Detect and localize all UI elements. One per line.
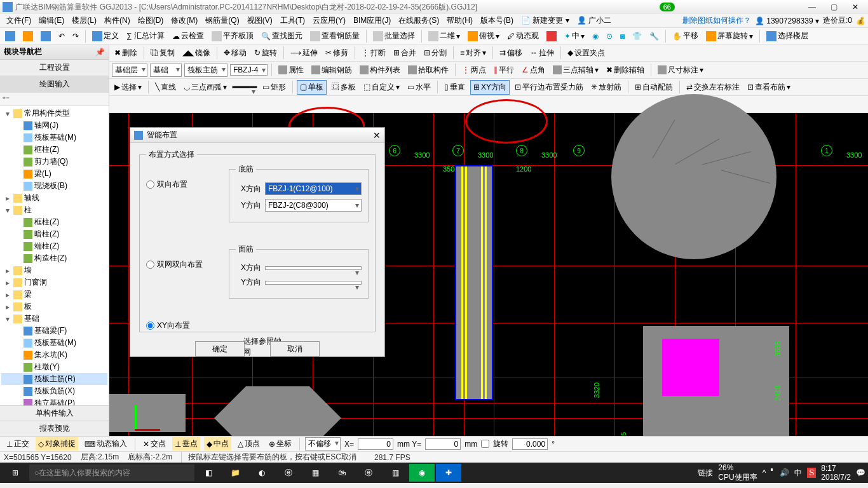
link-label[interactable]: 链接 <box>698 468 713 478</box>
tree-item[interactable]: 构造柱(Z) <box>1 252 107 264</box>
select-floor-button[interactable]: 选择楼层 <box>764 29 811 43</box>
tray-net-icon[interactable]: 🬀 <box>771 468 775 477</box>
auto-rebar-button[interactable]: ⊞ 自动配筋 <box>632 81 675 94</box>
flat-top-button[interactable]: 平齐板顶 <box>209 29 256 43</box>
arc-button[interactable]: ◡ 三点画弧 ▾ <box>181 81 229 94</box>
tree-item[interactable]: 框柱(Z) <box>1 216 107 228</box>
cloud-check-button[interactable]: ☁ 云检查 <box>170 29 207 43</box>
top-x-combo[interactable] <box>265 266 362 270</box>
select-button[interactable]: ▶ 选择 ▾ <box>112 81 144 94</box>
rotate-button[interactable]: ↻ 旋转 <box>252 46 280 60</box>
menu-help[interactable]: 帮助(H) <box>443 14 477 27</box>
trim-button[interactable]: ✂ 修剪 <box>323 46 351 60</box>
notification-badge[interactable]: 66 <box>660 3 675 11</box>
cpu-meter[interactable]: 26%CPU使用率 <box>718 463 757 483</box>
single-board-button[interactable]: ▢ 单板 <box>297 80 327 95</box>
move-button[interactable]: ✥ 移动 <box>221 46 249 60</box>
perp-snap[interactable]: ⊥ 垂点 <box>172 437 200 451</box>
tree-item[interactable]: 筏板主筋(R) <box>1 373 107 385</box>
align-button[interactable]: ≡ 对齐 ▾ <box>458 46 489 60</box>
custom-button[interactable]: ⬚ 自定义 ▾ <box>361 81 402 94</box>
extend-button[interactable]: ⟶ 延伸 <box>288 46 320 60</box>
tree-item[interactable]: 独立基础(P) <box>1 397 107 405</box>
menu-cloud[interactable]: 云应用(Y) <box>309 14 349 27</box>
tab-project-settings[interactable]: 工程设置 <box>0 60 109 76</box>
tree-item[interactable]: 筏板基础(M) <box>1 337 107 349</box>
sidebar-pin-icon[interactable]: 📌 <box>95 48 105 57</box>
tree-item[interactable]: 筏板基础(M) <box>1 132 107 144</box>
app-icon-4[interactable]: ◉ <box>409 464 435 482</box>
y-offset-input[interactable] <box>425 438 461 450</box>
menu-floor[interactable]: 楼层(L) <box>68 14 100 27</box>
misc3-icon[interactable]: ◙ <box>618 30 627 42</box>
tree-item[interactable]: ▸板 <box>1 301 107 313</box>
xy-direction-button[interactable]: ⊞ XY方向 <box>470 80 510 95</box>
pick-member-button[interactable]: 拾取构件 <box>405 64 451 77</box>
task-view-icon[interactable]: ◧ <box>196 464 221 482</box>
property-button[interactable]: 属性 <box>276 64 306 77</box>
tree-item[interactable]: 端柱(Z) <box>1 240 107 252</box>
define-button[interactable]: 定义 <box>90 29 121 43</box>
rotate-input[interactable] <box>512 438 548 450</box>
view-rebar-button[interactable]: 查看钢筋量 <box>308 29 362 43</box>
type-combo[interactable]: 基础 <box>150 64 182 77</box>
ie-icon[interactable]: ⓔ <box>356 464 381 482</box>
point-angle-button[interactable]: ∠点角 <box>519 64 548 77</box>
user-label[interactable]: 👤 广小二 <box>573 14 615 27</box>
multi-board-button[interactable]: ⿴ 多板 <box>329 81 358 94</box>
tree-item[interactable]: ▸门窗洞 <box>1 276 107 288</box>
tree-item[interactable]: 现浇板(B) <box>1 180 107 192</box>
misc5-icon[interactable]: 🔧 <box>647 30 661 42</box>
sum-button[interactable]: ∑ 汇总计算 <box>124 29 167 43</box>
slab-element[interactable] <box>214 386 341 436</box>
bottom-y-combo[interactable]: FBZJ-2(C8@300) <box>265 199 362 212</box>
component-tree[interactable]: ▾常用构件类型轴网(J)筏板基础(M)框柱(Z)剪力墙(Q)梁(L)现浇板(B)… <box>0 106 109 405</box>
bird-view-button[interactable]: 俯视 ▾ <box>465 29 502 43</box>
ortho-toggle[interactable]: ⊥ 正交 <box>4 437 32 451</box>
center-button[interactable]: ✦ 中 ▾ <box>562 29 587 43</box>
menu-bim[interactable]: BIM应用(J) <box>349 14 395 27</box>
tree-item[interactable]: 暗柱(Z) <box>1 228 107 240</box>
open-icon[interactable] <box>20 30 36 43</box>
pan-button[interactable]: ✋ 平移 <box>670 29 701 43</box>
tab-draw-input[interactable]: 绘图输入 <box>0 76 109 93</box>
layer-combo[interactable]: 基础层 <box>112 64 147 77</box>
start-button[interactable]: ⊞ <box>3 464 28 482</box>
tree-item[interactable]: ▸轴线 <box>1 192 107 204</box>
2d-button[interactable]: 二维 ▾ <box>426 29 463 43</box>
edit-rebar-button[interactable]: 编辑钢筋 <box>309 64 355 77</box>
tray-vol-icon[interactable]: 🔊 <box>780 468 789 477</box>
batch-select-button[interactable]: 批量选择 <box>370 29 417 43</box>
delete-aux-button[interactable]: ✖ 删除辅轴 <box>604 64 647 77</box>
tree-item[interactable]: 集水坑(K) <box>1 349 107 361</box>
swap-annotation-button[interactable]: ⇄ 交换左右标注 <box>684 81 742 94</box>
parallel-button[interactable]: ∥平行 <box>491 64 517 77</box>
vert-button[interactable]: ▯ 垂直 <box>442 81 468 94</box>
view-rebar-layout-button[interactable]: ⊡ 查看布筋 ▾ <box>745 81 793 94</box>
rotate-checkbox[interactable] <box>481 440 489 448</box>
stretch-button[interactable]: ↔ 拉伸 <box>527 46 557 60</box>
osnap-toggle[interactable]: ◇ 对象捕捉 <box>36 437 78 451</box>
tray-ime-icon[interactable]: 中 <box>794 468 802 478</box>
top-y-combo[interactable] <box>265 281 362 285</box>
menu-draw[interactable]: 绘图(D) <box>134 14 168 27</box>
expand-icon[interactable]: ⁺⁻ <box>2 95 10 104</box>
close-button[interactable]: ✕ <box>845 1 865 13</box>
color-combo[interactable] <box>232 86 257 88</box>
app-icon-2[interactable]: ▦ <box>302 464 328 482</box>
dimension-button[interactable]: 尺寸标注 ▾ <box>655 64 706 77</box>
horiz-button[interactable]: ▭ 水平 <box>405 81 433 94</box>
two-point-button[interactable]: ⋮两点 <box>459 64 489 77</box>
copy-button[interactable]: ⿻ 复制 <box>148 46 177 60</box>
edge-icon[interactable]: ⓔ <box>276 464 301 482</box>
bottom-x-combo[interactable]: FBZJ-1(C12@100) <box>265 182 362 195</box>
line-button[interactable]: ╲ 直线 <box>153 81 179 94</box>
menu-version[interactable]: 版本号(B) <box>477 14 517 27</box>
misc2-icon[interactable]: ⊙ <box>604 30 615 42</box>
tree-item[interactable]: 基础梁(F) <box>1 325 107 337</box>
three-point-aux-button[interactable]: 三点辅轴 ▾ <box>550 64 601 77</box>
tray-notif-icon[interactable]: 💬 <box>856 468 865 477</box>
taskbar-search[interactable]: ○ 在这里输入你要搜索的内容 <box>29 464 194 481</box>
tree-item[interactable]: 剪力墙(Q) <box>1 156 107 168</box>
tree-item[interactable]: ▸梁 <box>1 288 107 301</box>
